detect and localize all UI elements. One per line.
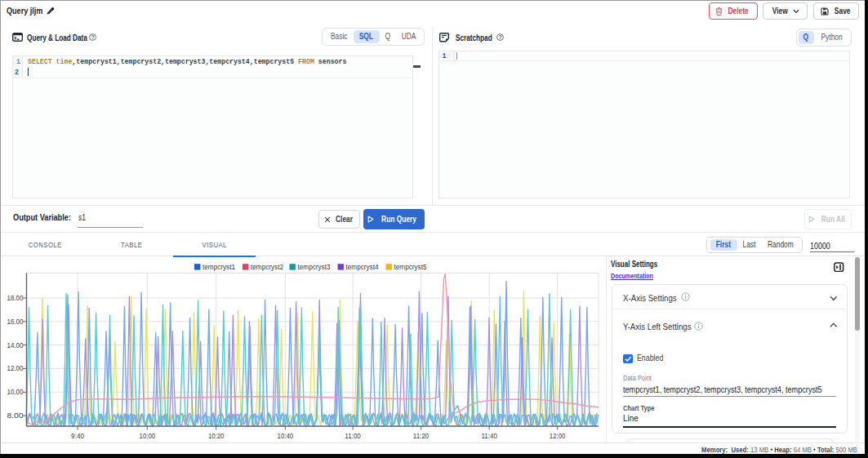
svg-text:tempcryst5: tempcryst5 — [394, 263, 427, 271]
svg-text:tempcryst2: tempcryst2 — [251, 263, 283, 271]
svg-text:tempcryst3: tempcryst3 — [298, 263, 331, 271]
svg-text:10:40: 10:40 — [278, 432, 294, 440]
svg-text:tempcryst1: tempcryst1 — [203, 263, 235, 271]
svg-text:16.00: 16.00 — [7, 318, 24, 326]
svg-text:?: ? — [498, 34, 501, 40]
svg-text:10:20: 10:20 — [208, 432, 225, 440]
svg-text:12:00: 12:00 — [550, 432, 566, 440]
svg-text:?: ? — [91, 34, 94, 40]
svg-text:10:00: 10:00 — [140, 432, 156, 440]
svg-text:12.00: 12.00 — [7, 364, 24, 372]
svg-text:tempcryst4: tempcryst4 — [346, 263, 379, 271]
svg-text:8.00: 8.00 — [7, 411, 24, 420]
svg-text:11:00: 11:00 — [345, 432, 361, 440]
svg-text:18.00: 18.00 — [7, 294, 24, 302]
svg-text:9:40: 9:40 — [71, 432, 84, 440]
svg-text:14.00: 14.00 — [7, 341, 24, 349]
svg-text:11:40: 11:40 — [481, 432, 497, 440]
svg-text:10.00: 10.00 — [7, 388, 24, 396]
svg-text:11:20: 11:20 — [413, 432, 430, 440]
